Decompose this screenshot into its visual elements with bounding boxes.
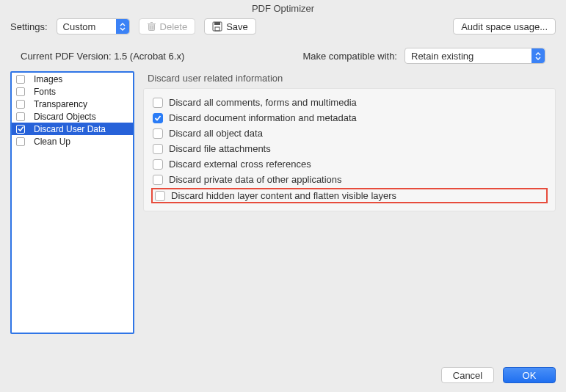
svg-rect-3 [215,27,219,31]
settings-select[interactable]: Custom [57,18,130,35]
sidebar-item-label: Discard Objects [34,112,96,122]
option-label: Discard all object data [169,128,263,139]
delete-label: Delete [160,21,188,32]
option-row: Discard file attachments [151,141,548,156]
sidebar-item-label: Clean Up [34,137,70,147]
cancel-label: Cancel [453,370,482,381]
sidebar-item-label: Discard User Data [34,124,106,134]
sidebar-checkbox[interactable] [16,100,25,109]
option-checkbox[interactable] [153,175,163,185]
sidebar-item-fonts[interactable]: Fonts [12,85,133,98]
select-arrows-icon [531,48,545,63]
option-checkbox[interactable] [153,98,163,108]
sidebar: ImagesFontsTransparencyDiscard ObjectsDi… [10,71,134,334]
toolbar: Settings: Custom Delete Save Audit space… [0,18,566,39]
option-checkbox[interactable] [153,159,163,170]
option-label: Discard hidden layer content and flatten… [171,190,396,201]
sidebar-item-transparency[interactable]: Transparency [12,98,133,110]
sidebar-item-clean-up[interactable]: Clean Up [12,135,133,148]
option-label: Discard external cross references [169,159,311,170]
options-panel: Discard all comments, forms and multimed… [143,88,556,211]
select-arrows-icon [116,19,129,34]
option-label: Discard private data of other applicatio… [169,174,342,185]
cancel-button[interactable]: Cancel [441,367,494,383]
option-checkbox[interactable] [153,128,163,139]
save-label: Save [226,21,248,32]
sidebar-item-discard-user-data[interactable]: Discard User Data [12,123,133,135]
option-label: Discard document information and metadat… [169,112,357,123]
sidebar-checkbox[interactable] [16,137,25,146]
svg-rect-0 [148,24,154,31]
settings-label: Settings: [10,21,48,32]
sidebar-item-label: Fonts [34,87,56,97]
option-checkbox[interactable] [153,113,163,123]
sidebar-checkbox[interactable] [16,125,25,134]
option-label: Discard all comments, forms and multimed… [169,97,357,108]
option-checkbox[interactable] [153,144,163,154]
pdf-version-text: Current PDF Version: 1.5 (Acrobat 6.x) [21,51,184,62]
sidebar-checkbox[interactable] [16,112,25,121]
option-row: Discard external cross references [151,156,548,172]
content-area: Discard user related information Discard… [143,71,556,334]
option-row: Discard private data of other applicatio… [151,172,548,187]
option-row: Discard all comments, forms and multimed… [151,95,548,110]
content-heading: Discard user related information [143,71,556,88]
footer: Cancel OK [441,367,556,383]
trash-icon [147,21,156,32]
sidebar-checkbox[interactable] [16,87,25,96]
save-button[interactable]: Save [204,18,256,35]
audit-label: Audit space usage... [461,21,548,32]
option-checkbox[interactable] [155,191,165,201]
option-row: Discard hidden layer content and flatten… [151,188,548,203]
settings-value: Custom [63,21,96,32]
svg-rect-2 [214,22,220,25]
compat-select[interactable]: Retain existing [404,48,545,64]
option-row: Discard document information and metadat… [151,110,548,126]
compat-value: Retain existing [411,51,474,62]
sidebar-item-discard-objects[interactable]: Discard Objects [12,110,133,123]
audit-space-button[interactable]: Audit space usage... [453,18,556,35]
option-label: Discard file attachments [169,143,271,154]
compat-label: Make compatible with: [302,51,397,62]
option-row: Discard all object data [151,126,548,141]
ok-button[interactable]: OK [503,367,556,383]
save-icon [212,21,222,32]
sidebar-checkbox[interactable] [16,75,25,84]
delete-button: Delete [139,18,196,35]
sidebar-item-images[interactable]: Images [12,73,133,85]
sidebar-item-label: Transparency [34,99,87,109]
ok-label: OK [523,370,537,381]
window-title: PDF Optimizer [0,0,566,18]
info-row: Current PDF Version: 1.5 (Acrobat 6.x) M… [0,39,566,71]
sidebar-item-label: Images [34,74,62,84]
